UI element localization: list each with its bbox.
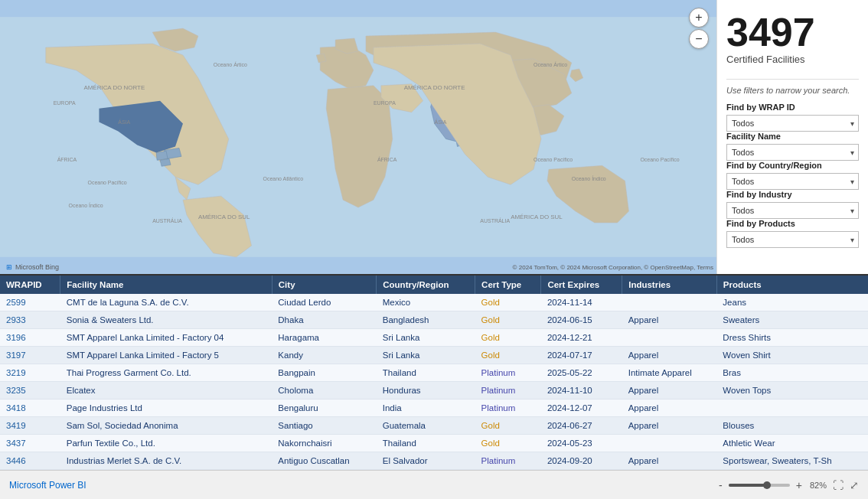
table-cell-4: Platinum <box>475 452 541 470</box>
svg-text:Oceano Ártico: Oceano Ártico <box>214 61 247 67</box>
fullscreen-icon[interactable]: ⛶ <box>833 479 844 491</box>
zoom-in-button[interactable]: + <box>689 8 709 28</box>
table-header-row: WRAPIDFacility NameCityCountry/RegionCer… <box>0 276 868 294</box>
table-cell-7: Woven Shirt <box>716 347 868 364</box>
col-header-cert-expires[interactable]: Cert Expires <box>541 276 622 294</box>
table-cell-4: Gold <box>475 329 541 347</box>
table-cell-1: Thai Progress Garment Co. Ltd. <box>60 364 272 382</box>
table-cell-1: CMT de la Laguna S.A. de C.V. <box>60 294 272 311</box>
table-cell-3: El Salvador <box>377 452 475 470</box>
filter-select-country_region[interactable]: Todos <box>726 173 859 190</box>
table-cell-7: Dress Shirts <box>716 329 868 347</box>
table-row[interactable]: 3196SMT Apparel Lanka Limited - Factory … <box>0 329 868 347</box>
map-container[interactable]: AMÉRICA DO NORTE EUROPA ÁSIA ÁFRICA AUST… <box>0 0 716 274</box>
svg-text:ÁFRICA: ÁFRICA <box>57 156 77 162</box>
table-cell-2: Dhaka <box>272 311 376 329</box>
table-cell-7: Athletic Wear <box>716 435 868 452</box>
table-cell-1: SMT Apparel Lanka Limited - Factory 5 <box>60 347 272 364</box>
filter-select-facility_name[interactable]: Todos <box>726 144 859 161</box>
zoom-minus-label[interactable]: - <box>719 479 723 491</box>
table-cell-0: 3418 <box>0 400 60 417</box>
filter-group-country_region: Find by Country/RegionTodos <box>726 161 859 190</box>
svg-text:EUROPA: EUROPA <box>374 100 396 106</box>
table-cell-6: Apparel <box>622 382 717 400</box>
expand-icon[interactable]: ⤢ <box>850 479 859 491</box>
table-cell-7: Sweaters <box>716 311 868 329</box>
zoom-slider-fill <box>729 484 765 487</box>
table-cell-5: 2024-11-14 <box>541 294 622 311</box>
col-header-city[interactable]: City <box>272 276 376 294</box>
zoom-out-button[interactable]: − <box>689 29 709 49</box>
svg-text:AUSTRÁLIA: AUSTRÁLIA <box>480 217 510 223</box>
col-header-wrapid[interactable]: WRAPID <box>0 276 60 294</box>
table-cell-4: Platinum <box>475 364 541 382</box>
table-row[interactable]: 3419Sam Sol, Sociedad AnonimaSantiagoGua… <box>0 417 868 435</box>
table-cell-4: Gold <box>475 294 541 311</box>
table-row[interactable]: 3219Thai Progress Garment Co. Ltd.Bangpa… <box>0 364 868 382</box>
filter-label-industry: Find by Industry <box>726 190 859 199</box>
col-header-products[interactable]: Products <box>716 276 868 294</box>
svg-text:Oceano Índico: Oceano Índico <box>69 202 103 208</box>
filter-select-products[interactable]: Todos <box>726 231 859 248</box>
col-header-country-region[interactable]: Country/Region <box>377 276 475 294</box>
table-row[interactable]: 2933Sonia & Sweaters Ltd.DhakaBangladesh… <box>0 311 868 329</box>
table-cell-7: Woven Tops <box>716 382 868 400</box>
filter-label-country_region: Find by Country/Region <box>726 161 859 170</box>
svg-text:Oceano Atlântico: Oceano Atlântico <box>263 176 304 181</box>
svg-text:AMÉRICA DO NORTE: AMÉRICA DO NORTE <box>83 84 145 91</box>
right-panel: 3497 Certified Facilities Use filters to… <box>716 0 868 274</box>
table-row[interactable]: 3437Parfun Textile Co., Ltd.Nakornchaisr… <box>0 435 868 452</box>
svg-text:AMÉRICA DO SUL: AMÉRICA DO SUL <box>198 214 250 220</box>
filter-group-wrap_id: Find by WRAP IDTodos <box>726 103 859 132</box>
filter-hint: Use filters to narrow your search. <box>726 79 859 95</box>
table-cell-3: Sri Lanka <box>377 329 475 347</box>
zoom-plus-label[interactable]: + <box>796 479 802 491</box>
table-cell-2: Kandy <box>272 347 376 364</box>
bottom-right-controls: - + 82% ⛶ ⤢ <box>719 479 859 491</box>
table-cell-4: Platinum <box>475 382 541 400</box>
table-body: 2599CMT de la Laguna S.A. de C.V.Ciudad … <box>0 294 868 470</box>
svg-text:Oceano Índico: Oceano Índico <box>572 175 606 181</box>
table-cell-5: 2024-09-20 <box>541 452 622 470</box>
table-row[interactable]: 3197SMT Apparel Lanka Limited - Factory … <box>0 347 868 364</box>
zoom-controls: - + 82% <box>719 479 827 491</box>
table-cell-2: Santiago <box>272 417 376 435</box>
zoom-slider-track[interactable] <box>729 484 790 487</box>
table-cell-4: Gold <box>475 311 541 329</box>
svg-text:Oceano Pacífico: Oceano Pacífico <box>534 157 573 162</box>
filter-select-wrapper-industry: Todos <box>726 202 859 219</box>
table-cell-1: Industrias Merlet S.A. de C.V. <box>60 452 272 470</box>
table-row[interactable]: 2599CMT de la Laguna S.A. de C.V.Ciudad … <box>0 294 868 311</box>
svg-text:Oceano Pacífico: Oceano Pacífico <box>88 180 127 185</box>
svg-text:Oceano Ártico: Oceano Ártico <box>534 61 567 67</box>
power-bi-link[interactable]: Microsoft Power BI <box>9 480 86 491</box>
table-cell-6 <box>622 294 717 311</box>
table-cell-2: Bangpain <box>272 364 376 382</box>
zoom-percent-label: 82% <box>810 481 827 490</box>
table-row[interactable]: 3235ElcatexCholomaHondurasPlatinum2024-1… <box>0 382 868 400</box>
table-cell-7: Sportswear, Sweaters, T-Sh <box>716 452 868 470</box>
table-cell-5: 2024-07-17 <box>541 347 622 364</box>
col-header-facility-name[interactable]: Facility Name <box>60 276 272 294</box>
table-cell-4: Gold <box>475 347 541 364</box>
table-cell-7: Bras <box>716 364 868 382</box>
table-row[interactable]: 3418Page Industries LtdBengaluruIndiaPla… <box>0 400 868 417</box>
table-cell-0: 2933 <box>0 311 60 329</box>
table-cell-0: 2599 <box>0 294 60 311</box>
facilities-table-area[interactable]: WRAPIDFacility NameCityCountry/RegionCer… <box>0 274 868 470</box>
col-header-cert-type[interactable]: Cert Type <box>475 276 541 294</box>
filter-select-industry[interactable]: Todos <box>726 202 859 219</box>
filter-select-wrap_id[interactable]: Todos <box>726 115 859 132</box>
filter-label-wrap_id: Find by WRAP ID <box>726 103 859 112</box>
col-header-industries[interactable]: Industries <box>622 276 717 294</box>
zoom-slider-thumb[interactable] <box>763 481 771 489</box>
bottom-bar: Microsoft Power BI - + 82% ⛶ ⤢ <box>0 470 868 499</box>
table-row[interactable]: 3446Industrias Merlet S.A. de C.V.Antigu… <box>0 452 868 470</box>
table-cell-1: Page Industries Ltd <box>60 400 272 417</box>
table-cell-6: Apparel <box>622 400 717 417</box>
table-cell-3: Honduras <box>377 382 475 400</box>
table-cell-5: 2024-12-07 <box>541 400 622 417</box>
table-cell-5: 2024-06-27 <box>541 417 622 435</box>
table-cell-7 <box>716 400 868 417</box>
table-cell-0: 3446 <box>0 452 60 470</box>
